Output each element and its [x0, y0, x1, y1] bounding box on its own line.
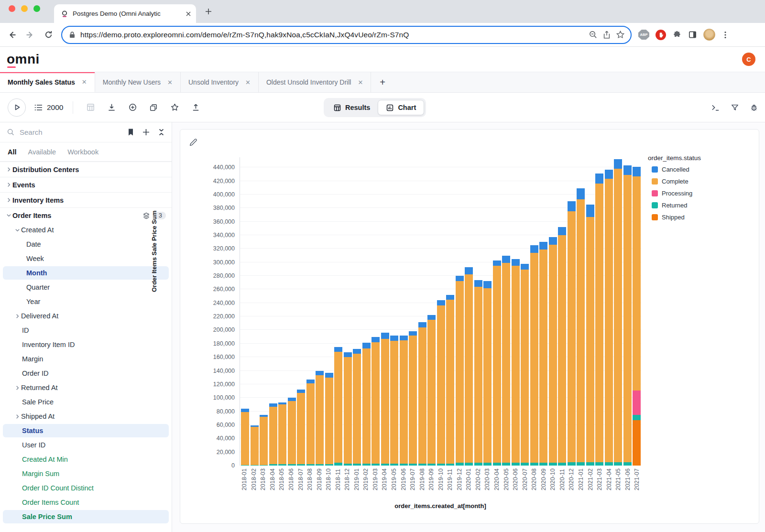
field-item-date[interactable]: Date: [0, 237, 172, 251]
zoom-out-icon[interactable]: [589, 30, 598, 39]
bar-2019-02[interactable]: [362, 343, 371, 466]
field-item-created-at-min[interactable]: Created At Min: [0, 452, 172, 467]
bar-segment-complete[interactable]: [344, 357, 352, 464]
bar-segment-complete[interactable]: [614, 169, 622, 462]
field-item-shipped-at[interactable]: Shipped At: [0, 409, 172, 423]
maximize-window-button[interactable]: [33, 5, 40, 12]
bar-segment-cancelled[interactable]: [577, 188, 585, 199]
bar-segment-cancelled[interactable]: [549, 237, 557, 245]
field-filter-tab-available[interactable]: Available: [28, 148, 56, 156]
bar-segment-processing[interactable]: [633, 391, 641, 415]
field-item-year[interactable]: Year: [0, 294, 172, 309]
search-input[interactable]: [20, 128, 120, 136]
legend-item-shipped[interactable]: Shipped: [652, 214, 701, 221]
bar-segment-returned[interactable]: [251, 465, 259, 466]
bar-2021-06[interactable]: [623, 165, 632, 466]
bar-2019-07[interactable]: [409, 331, 417, 466]
bar-segment-returned[interactable]: [297, 464, 305, 466]
bar-segment-cancelled[interactable]: [269, 403, 277, 407]
bar-segment-returned[interactable]: [446, 464, 454, 466]
bar-segment-complete[interactable]: [260, 417, 268, 465]
blocker-hand-extension-icon[interactable]: [656, 30, 666, 40]
bar-segment-cancelled[interactable]: [241, 409, 249, 412]
back-button[interactable]: [3, 30, 21, 40]
bar-segment-returned[interactable]: [474, 463, 482, 466]
bar-segment-cancelled[interactable]: [474, 280, 482, 287]
bar-segment-returned[interactable]: [409, 464, 417, 466]
bar-segment-cancelled[interactable]: [418, 322, 426, 327]
bar-2020-04[interactable]: [493, 261, 501, 466]
bar-segment-cancelled[interactable]: [493, 261, 501, 266]
legend-item-complete[interactable]: Complete: [652, 178, 701, 185]
bar-segment-cancelled[interactable]: [306, 380, 315, 384]
bar-2019-11[interactable]: [446, 295, 454, 466]
workbook-tab-3[interactable]: Oldest Unsold Inventory Drill✕: [259, 72, 371, 92]
legend-item-processing[interactable]: Processing: [652, 190, 701, 197]
field-item-margin[interactable]: Margin: [0, 352, 172, 366]
field-item-distribution-centers[interactable]: Distribution Centers: [0, 162, 172, 177]
bar-segment-complete[interactable]: [456, 281, 464, 463]
bar-2021-05[interactable]: [614, 159, 622, 466]
bar-2019-04[interactable]: [381, 333, 389, 466]
bar-segment-returned[interactable]: [400, 464, 408, 466]
bar-segment-cancelled[interactable]: [512, 259, 520, 266]
bar-segment-cancelled[interactable]: [521, 264, 529, 270]
bar-segment-complete[interactable]: [372, 342, 380, 464]
bar-segment-returned[interactable]: [390, 464, 398, 466]
bar-segment-complete[interactable]: [530, 253, 538, 463]
field-item-user-id[interactable]: User ID: [0, 438, 172, 452]
bar-segment-returned[interactable]: [372, 464, 380, 466]
bar-segment-returned[interactable]: [530, 463, 538, 466]
bar-segment-cancelled[interactable]: [502, 256, 510, 263]
bar-segment-cancelled[interactable]: [372, 337, 380, 342]
profile-avatar[interactable]: [703, 29, 715, 41]
bar-segment-cancelled[interactable]: [465, 267, 473, 275]
bar-segment-complete[interactable]: [605, 179, 613, 462]
chevron-right-icon[interactable]: [5, 167, 12, 172]
debug-bug-icon[interactable]: [750, 103, 758, 112]
field-item-order-items-count[interactable]: Order Items Count: [0, 495, 172, 510]
bar-2019-10[interactable]: [437, 300, 445, 466]
chevron-down-icon[interactable]: [5, 213, 12, 218]
bar-segment-returned[interactable]: [278, 464, 286, 466]
duplicate-icon[interactable]: [143, 103, 164, 112]
bar-segment-cancelled[interactable]: [530, 245, 538, 253]
bar-2020-12[interactable]: [568, 201, 576, 466]
bar-2020-02[interactable]: [474, 280, 482, 466]
bar-2021-04[interactable]: [605, 170, 613, 466]
bar-segment-complete[interactable]: [400, 340, 408, 464]
bar-segment-cancelled[interactable]: [605, 170, 613, 179]
workbook-tab-1[interactable]: Monthly New Users✕: [95, 72, 181, 92]
field-item-id[interactable]: ID: [0, 323, 172, 337]
minimize-window-button[interactable]: [21, 5, 28, 12]
close-window-button[interactable]: [9, 5, 15, 12]
bar-segment-complete[interactable]: [623, 175, 632, 462]
bar-2018-08[interactable]: [306, 380, 315, 466]
field-item-inventory-item-id[interactable]: Inventory Item ID: [0, 337, 172, 352]
field-item-order-items[interactable]: Order Items3: [0, 207, 172, 223]
bar-segment-returned[interactable]: [614, 462, 622, 466]
bar-2018-09[interactable]: [316, 371, 324, 466]
bar-segment-complete[interactable]: [241, 412, 249, 465]
bar-segment-cancelled[interactable]: [427, 315, 436, 320]
bar-2019-09[interactable]: [427, 315, 436, 466]
bar-segment-returned[interactable]: [568, 462, 576, 466]
bar-segment-complete[interactable]: [502, 263, 510, 463]
bar-segment-returned[interactable]: [595, 462, 603, 466]
bar-segment-cancelled[interactable]: [586, 205, 594, 217]
bar-2018-01[interactable]: [241, 409, 249, 466]
field-item-returned-at[interactable]: Returned At: [0, 380, 172, 395]
field-item-inventory-items[interactable]: Inventory Items: [0, 192, 172, 207]
bar-segment-complete[interactable]: [381, 339, 389, 464]
bar-segment-returned[interactable]: [456, 463, 464, 466]
bar-segment-cancelled[interactable]: [390, 336, 398, 341]
field-item-order-id[interactable]: Order ID: [0, 366, 172, 380]
bar-segment-cancelled[interactable]: [297, 390, 305, 393]
bar-segment-returned[interactable]: [605, 462, 613, 466]
bar-segment-returned[interactable]: [437, 464, 445, 466]
add-field-icon[interactable]: [142, 128, 150, 136]
bar-2021-03[interactable]: [595, 174, 603, 466]
download-icon[interactable]: [101, 103, 122, 112]
bar-segment-returned[interactable]: [549, 463, 557, 466]
bar-2020-11[interactable]: [558, 227, 566, 466]
